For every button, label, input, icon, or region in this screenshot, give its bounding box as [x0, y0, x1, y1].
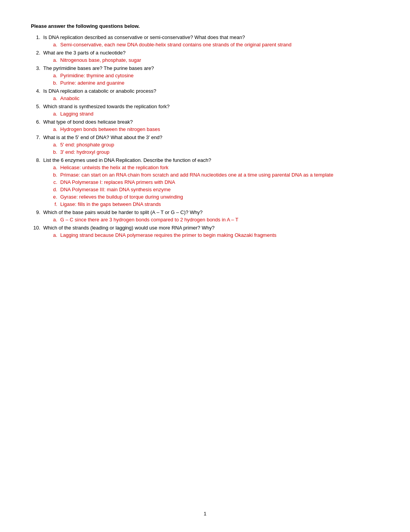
answer-8a: Helicase: untwists the helix at the repl…	[59, 165, 379, 170]
answers-3: Pyrimidine: thymine and cytosine Purine:…	[43, 73, 379, 86]
question-10: Which of the strands (leading or lagging…	[42, 225, 379, 238]
question-3-text: The pyrimidine bases are? The purine bas…	[43, 65, 154, 71]
answer-8d-text: DNA Polymerase III: main DNA synthesis e…	[60, 187, 171, 192]
answer-8d: DNA Polymerase III: main DNA synthesis e…	[59, 187, 379, 192]
answer-3a-text: Pyrimidine: thymine and cytosine	[60, 73, 134, 78]
answer-8a-text: Helicase: untwists the helix at the repl…	[60, 165, 168, 170]
answer-8e-text: Gyrase: relieves the buildup of torque d…	[60, 194, 183, 200]
question-7-text: What is at the 5' end of DNA? What about…	[43, 134, 162, 140]
question-7: What is at the 5' end of DNA? What about…	[42, 134, 379, 155]
answer-2a: Nitrogenous base, phosphate, sugar	[59, 57, 379, 63]
answer-5a-text: Lagging strand	[60, 111, 93, 117]
answer-8b-text: Primase: can start on an RNA chain from …	[60, 172, 333, 178]
question-1-text: Is DNA replication described as conserva…	[43, 34, 245, 40]
question-5-text: Which strand is synthesized towards the …	[43, 104, 169, 109]
answer-4a: Anabolic	[59, 95, 379, 101]
answer-7a: 5' end: phosphate group	[59, 142, 379, 148]
answers-8: Helicase: untwists the helix at the repl…	[43, 165, 379, 207]
answer-3a: Pyrimidine: thymine and cytosine	[59, 73, 379, 78]
question-2: What are the 3 parts of a nucleotide? Ni…	[42, 50, 379, 63]
answer-7a-text: 5' end: phosphate group	[60, 142, 114, 148]
question-4: Is DNA replication a catabolic or anabol…	[42, 88, 379, 101]
answer-3b-text: Purine: adenine and guanine	[60, 80, 124, 86]
answer-1a-text: Semi-conservative, each new DNA double-h…	[60, 42, 291, 48]
answer-4a-text: Anabolic	[60, 95, 80, 101]
page-number: 1	[203, 511, 206, 517]
answer-8b: Primase: can start on an RNA chain from …	[59, 172, 379, 178]
answers-7: 5' end: phosphate group 3' end: hydroxyl…	[43, 142, 379, 155]
answer-10a: Lagging strand because DNA polymerase re…	[59, 232, 379, 238]
answer-8f-text: Ligase: fills in the gaps between DNA st…	[60, 201, 161, 207]
question-8-text: List the 6 enzymes used in DNA Replicati…	[43, 157, 211, 163]
answers-4: Anabolic	[43, 95, 379, 101]
question-4-text: Is DNA replication a catabolic or anabol…	[43, 88, 156, 94]
answers-9: G – C since there are 3 hydrogen bonds c…	[43, 217, 379, 223]
question-9-text: Which of the base pairs would be harder …	[43, 209, 203, 215]
answers-2: Nitrogenous base, phosphate, sugar	[43, 57, 379, 63]
answers-6: Hydrogen bonds between the nitrogen base…	[43, 126, 379, 132]
answer-8e: Gyrase: relieves the buildup of torque d…	[59, 194, 379, 200]
answer-10a-text: Lagging strand because DNA polymerase re…	[60, 232, 276, 238]
question-5: Which strand is synthesized towards the …	[42, 104, 379, 117]
answers-10: Lagging strand because DNA polymerase re…	[43, 232, 379, 238]
question-8: List the 6 enzymes used in DNA Replicati…	[42, 157, 379, 207]
answer-7b-text: 3' end: hydroxyl group	[60, 149, 110, 155]
answers-1: Semi-conservative, each new DNA double-h…	[43, 42, 379, 48]
questions-list: Is DNA replication described as conserva…	[31, 34, 379, 238]
answer-8c: DNA Polymerase I: replaces RNA primers w…	[59, 179, 379, 185]
question-6-text: What type of bond does helicase break?	[43, 119, 133, 125]
answer-6a: Hydrogen bonds between the nitrogen base…	[59, 126, 379, 132]
answer-5a: Lagging strand	[59, 111, 379, 117]
question-10-text: Which of the strands (leading or lagging…	[43, 225, 215, 231]
answer-7b: 3' end: hydroxyl group	[59, 149, 379, 155]
question-9: Which of the base pairs would be harder …	[42, 209, 379, 223]
question-6: What type of bond does helicase break? H…	[42, 119, 379, 132]
answer-9a: G – C since there are 3 hydrogen bonds c…	[59, 217, 379, 223]
question-3: The pyrimidine bases are? The purine bas…	[42, 65, 379, 86]
answer-8f: Ligase: fills in the gaps between DNA st…	[59, 201, 379, 207]
question-2-text: What are the 3 parts of a nucleotide?	[43, 50, 125, 56]
answers-5: Lagging strand	[43, 111, 379, 117]
instructions: Please answer the following questions be…	[31, 23, 379, 29]
answer-8c-text: DNA Polymerase I: replaces RNA primers w…	[60, 179, 175, 185]
answer-6a-text: Hydrogen bonds between the nitrogen base…	[60, 126, 160, 132]
answer-3b: Purine: adenine and guanine	[59, 80, 379, 86]
answer-9a-text: G – C since there are 3 hydrogen bonds c…	[60, 217, 239, 223]
answer-1a: Semi-conservative, each new DNA double-h…	[59, 42, 379, 48]
page: Please answer the following questions be…	[0, 0, 410, 532]
answer-2a-text: Nitrogenous base, phosphate, sugar	[60, 57, 141, 63]
question-1: Is DNA replication described as conserva…	[42, 34, 379, 48]
